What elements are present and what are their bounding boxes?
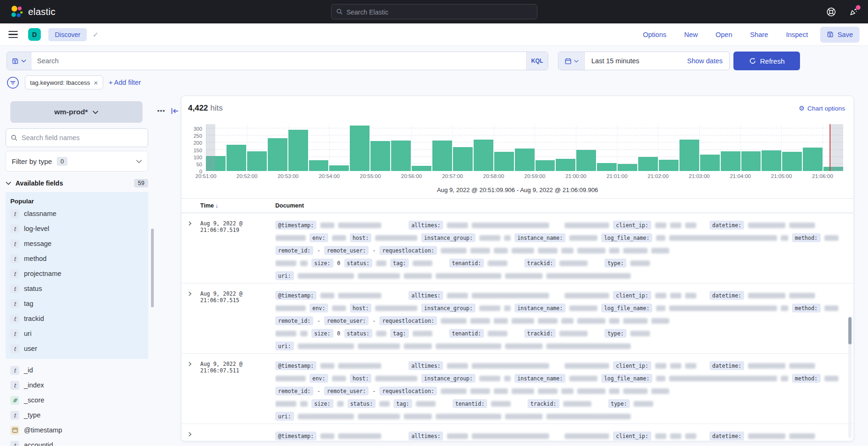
save-button[interactable]: Save [820,27,860,43]
histogram-bar[interactable] [741,151,761,171]
query-search-input[interactable] [31,52,526,70]
filter-pill[interactable]: tag.keyword: lbaccess × [25,75,103,89]
filter-menu-icon[interactable] [7,76,19,89]
histogram-bar[interactable] [247,151,267,171]
toolbar-link-share[interactable]: Share [750,31,768,38]
histogram-bar[interactable] [370,141,390,171]
time-column-header[interactable]: Time↓ [200,202,275,209]
field-item-tag[interactable]: ttag [6,296,148,311]
field-item-id[interactable]: t_id [6,363,148,378]
help-icon[interactable] [826,7,836,17]
redacted-value [561,248,574,253]
y-axis-label: 300 [184,126,202,132]
field-item-trackid[interactable]: ttrackid [6,311,148,326]
field-item-projectname[interactable]: tprojectname [6,266,148,281]
boxes-horizontal-icon[interactable] [157,107,165,115]
expand-document-icon[interactable] [187,430,200,441]
field-item-index[interactable]: t_index [6,378,148,393]
histogram-bar[interactable] [597,163,617,171]
redacted-value [447,433,468,439]
save-query-icon [12,58,19,65]
field-item-status[interactable]: tstatus [6,281,148,296]
refresh-button[interactable]: Refresh [733,52,800,70]
global-search-box[interactable] [331,4,537,20]
index-pattern-switcher[interactable]: wm-prod* [10,101,143,123]
news-feed-icon[interactable] [848,7,859,17]
query-language-button[interactable]: KQL [526,52,548,70]
field-search-box[interactable] [6,128,148,147]
field-item-accountid[interactable]: taccountid [6,438,148,446]
histogram-bar[interactable] [536,160,555,171]
remove-filter-icon[interactable]: × [94,79,98,87]
histogram-bar[interactable] [618,164,637,171]
date-picker-menu-button[interactable] [559,52,585,70]
toolbar-link-new[interactable]: New [684,31,698,38]
field-item-classname[interactable]: tclassname [6,206,148,221]
toolbar-link-open[interactable]: Open [716,31,732,38]
expand-document-icon[interactable] [187,219,200,283]
expand-document-icon[interactable] [187,359,200,424]
redacted-value [670,293,681,298]
histogram-bar[interactable] [432,141,452,171]
expand-document-icon[interactable] [187,289,200,353]
histogram-bar[interactable] [412,166,431,171]
breadcrumb[interactable]: Discover [48,28,87,41]
histogram-bar[interactable] [391,141,411,171]
redacted-value [789,363,815,369]
histogram-chart[interactable]: 050100150200250300 [206,124,843,171]
text-field-icon: t [10,329,19,338]
histogram-bar[interactable] [329,165,349,171]
redacted-value [748,433,785,439]
field-item-user[interactable]: tuser [6,341,148,356]
available-fields-toggle[interactable]: Available fields 59 [6,177,148,189]
histogram-bar[interactable] [268,138,287,171]
histogram-bar[interactable] [515,149,535,171]
histogram-bar[interactable] [638,157,658,171]
sidebar-scrollbar[interactable] [151,229,154,307]
histogram-bar[interactable] [782,152,802,171]
histogram-bar[interactable] [453,147,473,171]
histogram-bar[interactable] [288,130,308,171]
elastic-brand[interactable]: elastic [9,5,55,19]
collapse-sidebar-icon[interactable] [171,107,179,115]
histogram-bar[interactable] [226,145,246,171]
histogram-bar[interactable] [762,150,781,171]
field-item-uri[interactable]: turi [6,326,148,341]
field-item-method[interactable]: tmethod [6,251,148,266]
out-of-range-overlay-start [206,124,215,171]
histogram-bar[interactable] [659,160,679,171]
document-field-line: uri: [275,269,846,282]
menu-icon[interactable] [8,31,18,38]
histogram-bar[interactable] [576,150,596,171]
add-filter-button[interactable]: + Add filter [109,79,141,86]
histogram-bar[interactable] [309,160,329,171]
field-item-type[interactable]: t_type [6,408,148,423]
toolbar-link-options[interactable]: Options [643,31,666,38]
time-range-value[interactable]: Last 15 minutes [585,57,687,65]
table-scrollbar-thumb[interactable] [848,317,852,344]
field-key-badge: env: [309,374,328,383]
redacted-value [275,305,306,311]
chart-options-button[interactable]: ⚙ Chart options [799,104,845,112]
deployment-badge[interactable]: D [28,28,41,41]
field-item-log-level[interactable]: tlog-level [6,221,148,236]
toolbar-link-inspect[interactable]: Inspect [786,31,808,38]
histogram-bar[interactable] [700,155,720,171]
field-item-timestamp[interactable]: @timestamp [6,423,148,438]
sort-descending-icon[interactable]: ↓ [215,202,218,209]
document-field-line: uri: [275,410,846,423]
filter-by-type-button[interactable]: Filter by type 0 [6,151,148,171]
field-item-message[interactable]: tmessage [6,236,148,251]
histogram-bar[interactable] [350,126,370,171]
histogram-bar[interactable] [721,151,740,171]
field-search-input[interactable] [22,134,143,141]
global-search-input[interactable] [347,8,532,15]
field-item-score[interactable]: #_score [6,393,148,408]
histogram-bar[interactable] [803,148,823,171]
saved-query-menu-button[interactable] [7,52,31,70]
histogram-bar[interactable] [494,152,514,171]
show-dates-button[interactable]: Show dates [687,57,729,65]
histogram-bar[interactable] [556,159,575,171]
histogram-bar[interactable] [679,140,699,171]
histogram-bar[interactable] [474,140,493,171]
